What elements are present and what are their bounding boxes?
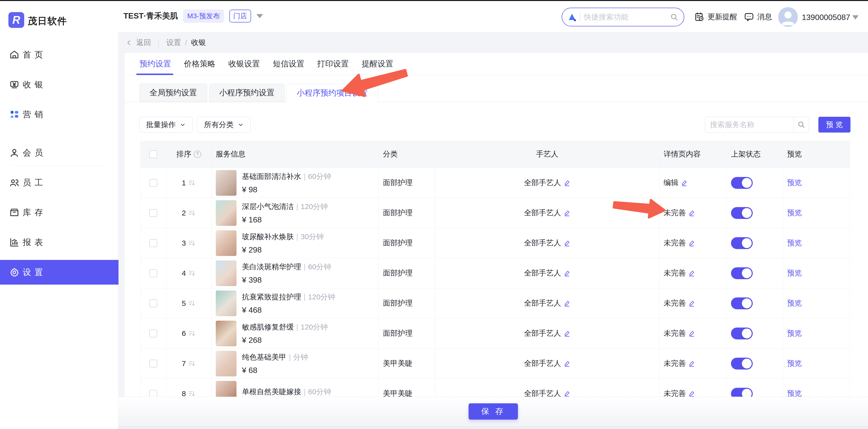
shelf-status-toggle[interactable] (731, 267, 753, 279)
shelf-status-toggle[interactable] (731, 207, 753, 219)
detail-edit-link[interactable]: 未完善 (663, 298, 695, 308)
sort-handle-icon[interactable] (188, 360, 196, 368)
row-preview-link[interactable]: 预览 (787, 268, 802, 278)
account-phone[interactable]: 13900005087 (802, 13, 850, 22)
edit-pencil-icon[interactable] (564, 330, 570, 337)
save-button[interactable]: 保 存 (469, 403, 518, 420)
edit-pencil-icon[interactable] (688, 240, 695, 247)
subtab-小程序预约项目设置[interactable]: 小程序预约项目设置 (287, 84, 378, 102)
artisan-edit-link[interactable]: 全部手艺人 (524, 208, 570, 218)
sidebar-item-8[interactable]: 设置 (0, 260, 119, 285)
edit-pencil-icon[interactable] (564, 210, 570, 216)
sidebar-item-3[interactable]: 营销 (0, 102, 119, 127)
edit-pencil-icon[interactable] (681, 179, 688, 186)
artisan-edit-link[interactable]: 全部手艺人 (524, 389, 570, 397)
row-checkbox[interactable] (149, 330, 157, 337)
artisan-edit-link[interactable]: 全部手艺人 (524, 359, 570, 369)
row-checkbox[interactable] (149, 269, 157, 277)
tab-短信设置[interactable]: 短信设置 (273, 59, 304, 69)
artisan-edit-link[interactable]: 全部手艺人 (524, 238, 570, 248)
sort-handle-icon[interactable] (188, 179, 196, 187)
sidebar-item-6[interactable]: 库存 (0, 200, 119, 225)
sort-handle-icon[interactable] (188, 299, 196, 307)
edit-pencil-icon[interactable] (688, 270, 695, 277)
back-chevron-icon[interactable] (126, 39, 132, 46)
account-chevron-down-icon[interactable] (852, 15, 859, 20)
shelf-status-toggle[interactable] (731, 388, 753, 397)
edit-pencil-icon[interactable] (688, 330, 695, 337)
batch-actions-dropdown[interactable]: 批量操作 (139, 117, 192, 132)
service-search-input[interactable] (705, 117, 794, 132)
messages-button[interactable]: 消息 (744, 11, 772, 22)
sort-handle-icon[interactable] (188, 390, 196, 397)
sort-handle-icon[interactable] (188, 330, 196, 337)
edit-pencil-icon[interactable] (564, 240, 570, 247)
row-preview-link[interactable]: 预览 (787, 298, 802, 308)
sidebar-item-7[interactable]: 报表 (0, 230, 119, 255)
edit-pencil-icon[interactable] (688, 300, 695, 307)
sort-handle-icon[interactable] (188, 269, 196, 277)
avatar[interactable] (778, 7, 798, 27)
breadcrumb-section[interactable]: 设置 (166, 37, 181, 48)
quick-search-input[interactable] (584, 13, 666, 21)
sort-handle-icon[interactable] (188, 239, 196, 247)
sidebar-item-5[interactable]: 员工 (0, 170, 119, 195)
row-checkbox[interactable] (149, 209, 157, 217)
preview-button[interactable]: 预 览 (818, 117, 850, 132)
edit-pencil-icon[interactable] (564, 270, 570, 277)
row-checkbox[interactable] (149, 239, 157, 247)
edit-pencil-icon[interactable] (688, 210, 695, 216)
shelf-status-toggle[interactable] (731, 237, 753, 249)
sidebar-item-4[interactable]: 会员 (0, 141, 119, 165)
artisan-edit-link[interactable]: 全部手艺人 (524, 328, 570, 338)
chevron-down-icon[interactable] (256, 14, 263, 18)
edit-pencil-icon[interactable] (688, 390, 695, 397)
help-icon[interactable]: ? (194, 151, 201, 158)
subtab-小程序预约设置[interactable]: 小程序预约设置 (209, 84, 285, 102)
breadcrumb-back[interactable]: 返回 (136, 37, 151, 48)
tab-预约设置[interactable]: 预约设置 (140, 59, 171, 69)
service-search-button[interactable] (794, 117, 809, 132)
sidebar-item-2[interactable]: 收银 (0, 72, 119, 97)
artisan-edit-link[interactable]: 全部手艺人 (524, 178, 570, 188)
row-preview-link[interactable]: 预览 (787, 208, 802, 218)
tab-价格策略[interactable]: 价格策略 (184, 59, 216, 69)
detail-edit-link[interactable]: 未完善 (663, 328, 695, 338)
tab-打印设置[interactable]: 打印设置 (317, 59, 349, 69)
tab-收银设置[interactable]: 收银设置 (228, 59, 260, 69)
quick-search-box[interactable] (562, 8, 684, 26)
row-checkbox[interactable] (149, 390, 157, 397)
detail-edit-link[interactable]: 未完善 (663, 389, 695, 397)
row-preview-link[interactable]: 预览 (787, 389, 802, 397)
edit-pencil-icon[interactable] (564, 179, 570, 186)
shelf-status-toggle[interactable] (731, 328, 753, 339)
sort-handle-icon[interactable] (188, 209, 196, 217)
shelf-status-toggle[interactable] (731, 298, 753, 309)
row-preview-link[interactable]: 预览 (787, 238, 802, 248)
shelf-status-toggle[interactable] (731, 177, 753, 189)
workspace-selector[interactable]: TEST·青禾美肌 M3-预发布 门店 (123, 9, 263, 23)
row-checkbox[interactable] (149, 360, 157, 368)
artisan-edit-link[interactable]: 全部手艺人 (524, 268, 570, 278)
tab-提醒设置[interactable]: 提醒设置 (362, 59, 393, 69)
edit-pencil-icon[interactable] (688, 360, 695, 367)
search-icon[interactable] (670, 13, 678, 21)
row-preview-link[interactable]: 预览 (787, 178, 802, 188)
update-reminder-button[interactable]: 更新提醒 (694, 11, 737, 22)
artisan-edit-link[interactable]: 全部手艺人 (524, 298, 570, 308)
row-checkbox[interactable] (149, 179, 157, 187)
edit-pencil-icon[interactable] (564, 300, 570, 307)
category-filter-dropdown[interactable]: 所有分类 (197, 117, 251, 132)
detail-edit-link[interactable]: 未完善 (663, 359, 695, 369)
row-preview-link[interactable]: 预览 (787, 328, 802, 338)
detail-edit-link[interactable]: 编辑 (663, 178, 688, 188)
detail-edit-link[interactable]: 未完善 (663, 268, 695, 278)
shelf-status-toggle[interactable] (731, 358, 753, 369)
select-all-checkbox[interactable] (149, 150, 157, 158)
row-preview-link[interactable]: 预览 (787, 359, 802, 369)
row-checkbox[interactable] (149, 299, 157, 307)
sidebar-item-1[interactable]: 首页 (0, 42, 119, 67)
subtab-全局预约设置[interactable]: 全局预约设置 (140, 84, 207, 102)
detail-edit-link[interactable]: 未完善 (663, 238, 695, 248)
edit-pencil-icon[interactable] (564, 390, 570, 397)
